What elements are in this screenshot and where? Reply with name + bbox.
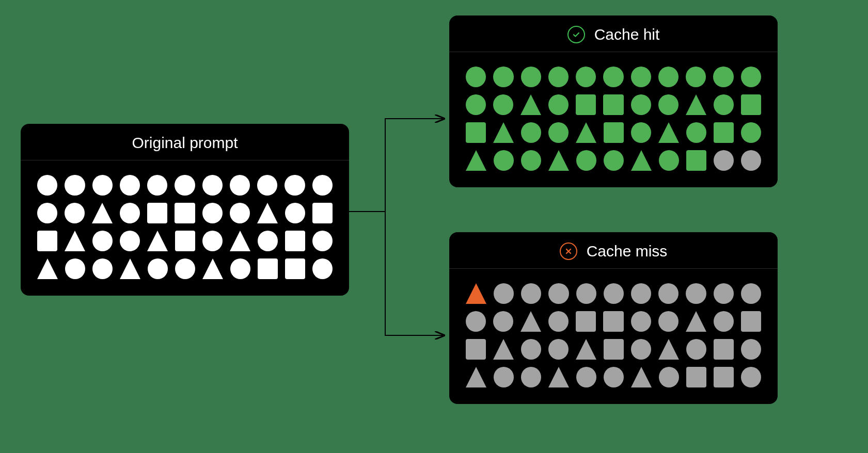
square-token (686, 150, 706, 171)
circle-token (658, 311, 678, 332)
circle-token (631, 122, 651, 143)
circle-token (120, 231, 140, 251)
circle-token (686, 339, 706, 360)
triangle-token (576, 339, 596, 360)
circle-token (548, 122, 569, 143)
original-prompt-panel: Original prompt (21, 124, 349, 296)
circle-token (631, 339, 651, 360)
circle-token (576, 367, 596, 387)
token-row (466, 94, 761, 115)
circle-token (714, 311, 734, 332)
circle-token (741, 150, 761, 171)
square-token (603, 94, 623, 115)
circle-token (202, 203, 223, 223)
circle-token (658, 283, 678, 304)
circle-token (494, 283, 514, 304)
triangle-token (520, 311, 541, 332)
triangle-token (466, 150, 486, 171)
circle-token (494, 367, 514, 387)
circle-token (603, 67, 623, 87)
circle-token (631, 283, 651, 304)
token-row (466, 339, 761, 360)
circle-token (312, 231, 333, 251)
square-token (576, 311, 596, 332)
circle-token (548, 283, 569, 304)
triangle-token (631, 150, 652, 171)
cache-hit-panel: Cache hit (449, 15, 778, 187)
square-token (147, 203, 167, 223)
circle-token (148, 258, 168, 279)
square-token (258, 258, 278, 279)
square-token (37, 231, 57, 251)
circle-token (741, 283, 761, 304)
circle-token (494, 150, 514, 171)
circle-token (741, 122, 761, 143)
circle-token (521, 67, 541, 87)
square-token (603, 311, 623, 332)
circle-token (202, 231, 223, 251)
circle-token (257, 175, 277, 196)
triangle-token (631, 367, 652, 387)
circle-token (230, 175, 250, 196)
token-grid-miss (449, 269, 778, 404)
triangle-token (37, 258, 58, 279)
circle-token (493, 94, 513, 115)
circle-token (741, 67, 761, 87)
token-row (37, 175, 333, 196)
circle-token (285, 175, 305, 196)
panel-header: Original prompt (21, 124, 349, 160)
triangle-token (576, 122, 596, 143)
triangle-token (92, 203, 113, 223)
square-token (466, 339, 486, 360)
circle-token (604, 150, 624, 171)
square-token (714, 367, 734, 387)
square-token (175, 231, 195, 251)
token-row (466, 367, 761, 387)
circle-token (576, 150, 596, 171)
circle-token (120, 175, 140, 196)
triangle-token (520, 94, 541, 115)
token-row (37, 258, 333, 279)
token-row (466, 283, 761, 304)
circle-token (65, 203, 85, 223)
circle-token (548, 311, 569, 332)
token-grid-hit (449, 52, 778, 187)
triangle-token (147, 231, 168, 251)
circle-token (65, 175, 85, 196)
square-token (741, 311, 761, 332)
triangle-token (493, 122, 514, 143)
circle-token (466, 311, 486, 332)
circle-token (631, 67, 651, 87)
token-row (466, 150, 761, 171)
triangle-token (230, 231, 250, 251)
circle-token (741, 339, 761, 360)
token-row (37, 231, 333, 251)
circle-token (466, 67, 486, 87)
flow-arrows (349, 15, 449, 377)
square-token (686, 367, 706, 387)
circle-token (92, 175, 113, 196)
circle-token (258, 231, 278, 251)
triangle-token (466, 283, 486, 304)
circle-token (548, 339, 569, 360)
circle-token (521, 367, 541, 387)
circle-token (521, 150, 541, 171)
circle-token (658, 94, 678, 115)
triangle-token (548, 150, 569, 171)
circle-token (521, 339, 541, 360)
circle-token (548, 94, 569, 115)
square-token (741, 94, 761, 115)
circle-token (521, 122, 541, 143)
triangle-token (493, 339, 514, 360)
circle-token (147, 175, 167, 196)
panel-title: Original prompt (132, 134, 238, 152)
circle-token (604, 367, 624, 387)
circle-token (202, 175, 223, 196)
triangle-token (466, 367, 486, 387)
circle-token (65, 258, 85, 279)
circle-token (686, 122, 706, 143)
triangle-token (658, 122, 679, 143)
cache-miss-panel: Cache miss (449, 232, 778, 404)
circle-token (92, 258, 113, 279)
token-row (466, 311, 761, 332)
